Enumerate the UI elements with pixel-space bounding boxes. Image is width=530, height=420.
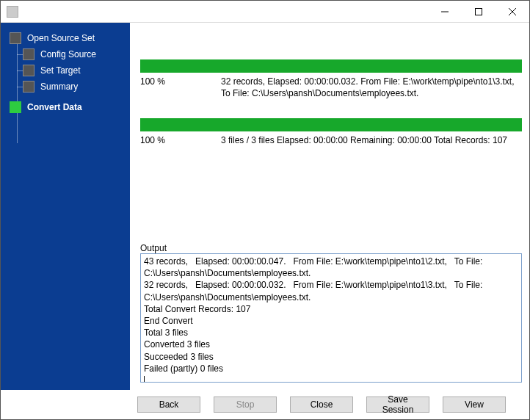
app-window: Open Source Set Config Source Set Target… [0,0,530,420]
sidebar-item-label: Config Source [40,49,96,59]
step-box-icon [10,101,21,113]
step-box-icon [23,81,35,93]
back-button[interactable]: Back [137,397,200,413]
file-progress-section: 100 % 32 records, Elapsed: 00:00:00.032.… [140,59,522,99]
total-progress-info: 3 files / 3 files Elapsed: 00:00:00 Rema… [221,134,522,146]
window-controls [428,1,529,23]
close-button[interactable]: Close [290,397,353,413]
sidebar-item-label: Set Target [40,65,80,76]
maximize-icon [475,8,482,15]
wizard-sidebar: Open Source Set Config Source Set Target… [1,23,130,390]
total-progress-section: 100 % 3 files / 3 files Elapsed: 00:00:0… [140,118,522,146]
app-icon [7,6,18,18]
maximize-button[interactable] [462,1,495,23]
view-button[interactable]: View [443,397,506,413]
save-session-button[interactable]: Save Session [366,397,429,413]
step-box-icon [10,32,21,44]
wizard-button-row: Back Stop Close Save Session View [1,390,529,419]
close-window-button[interactable] [495,1,529,23]
minimize-icon [441,8,449,15]
total-progress-bar [140,118,522,131]
total-progress-percent: 100 % [140,134,221,146]
main-panel: 100 % 32 records, Elapsed: 00:00:00.032.… [130,23,529,390]
text-cursor [144,376,145,383]
file-progress-info: 32 records, Elapsed: 00:00:00.032. From … [221,76,522,99]
titlebar [1,1,529,23]
sidebar-item-label: Open Source Set [27,33,95,43]
sidebar-item-convert-data[interactable]: Convert Data [1,99,130,115]
output-label: Output [140,236,522,253]
sidebar-item-label: Convert Data [27,102,82,112]
sidebar-item-set-target[interactable]: Set Target [1,62,130,79]
sidebar-item-summary[interactable]: Summary [1,79,130,95]
stop-button[interactable]: Stop [214,397,277,413]
file-progress-percent: 100 % [140,76,221,99]
step-box-icon [23,48,35,60]
close-icon [509,8,516,15]
file-progress-bar [140,59,522,73]
sidebar-item-label: Summary [40,82,78,92]
sidebar-item-config-source[interactable]: Config Source [1,46,130,62]
sidebar-item-open-source-set[interactable]: Open Source Set [1,30,130,46]
svg-rect-1 [476,8,482,15]
step-box-icon [23,65,35,76]
window-body: Open Source Set Config Source Set Target… [1,23,529,390]
output-log[interactable]: 43 records, Elapsed: 00:00:00.047. From … [140,253,522,383]
minimize-button[interactable] [428,1,462,23]
output-text: 43 records, Elapsed: 00:00:00.047. From … [144,256,485,374]
